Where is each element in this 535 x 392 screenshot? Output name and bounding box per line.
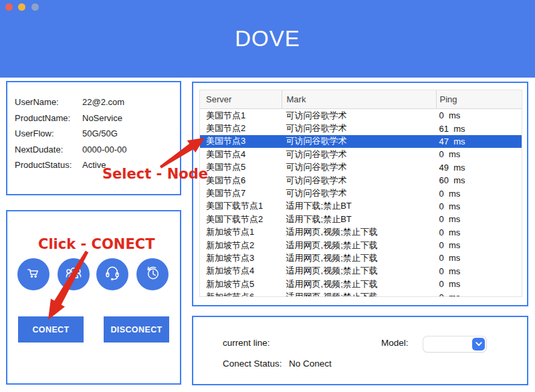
cell-ping: 0 ms [436, 149, 522, 159]
cell-mark: 适用网页,视频;禁止下载 [282, 226, 436, 238]
column-header-server[interactable]: Server [200, 90, 282, 108]
server-table: Server Mark Ping 美国节点1可访问谷歌学术0 ms美国节点2可访… [199, 90, 522, 297]
app-title: DOVE [0, 26, 535, 52]
cell-ping: 61 ms [436, 124, 522, 134]
account-field-row: UserFlow:50G/50G [15, 126, 180, 142]
disconnect-button[interactable]: DISCONECT [104, 316, 169, 342]
account-field-row: ProductName:NoService [15, 110, 180, 126]
account-field-label: ProductStatus: [15, 160, 82, 170]
cell-server: 新加坡节点5 [200, 278, 282, 290]
server-row[interactable]: 美国节点2可访问谷歌学术61 ms [200, 122, 522, 134]
account-field-label: NextDudate: [15, 144, 82, 155]
actions-panel: Click - CONECT [6, 210, 181, 385]
history-clock-icon [142, 262, 163, 286]
account-fields: UserName:22@2.comProductName:NoServiceUs… [7, 82, 180, 173]
chevron-down-icon [472, 338, 485, 351]
cell-ping: 0 ms [436, 189, 522, 199]
server-row[interactable]: 美国下载节点2适用下载;禁止BT0 ms [200, 213, 522, 225]
conect-status-value: No Conect [289, 359, 332, 369]
cell-mark: 可访问谷歌学术 [282, 187, 436, 199]
cell-mark: 可访问谷歌学术 [282, 135, 436, 147]
cell-mark: 可访问谷歌学术 [282, 149, 436, 161]
status-panel: current line: Model: Conect Status: No C… [192, 316, 528, 385]
cell-ping: 0 ms [436, 240, 522, 250]
cell-ping: 0 ms [436, 110, 522, 120]
column-header-mark[interactable]: Mark [282, 90, 436, 108]
cell-ping: 0 ms [436, 214, 522, 224]
server-row[interactable]: 新加坡节点5适用网页,视频;禁止下载0 ms [200, 278, 522, 290]
click-conect-arrow [40, 249, 94, 324]
server-row[interactable]: 美国节点4可访问谷歌学术0 ms [200, 148, 522, 161]
history-button[interactable] [136, 258, 169, 290]
cell-ping: 0 ms [436, 201, 522, 211]
cell-mark: 适用下载;禁止BT [282, 213, 436, 225]
server-row[interactable]: 美国节点7可访问谷歌学术0 ms [200, 187, 522, 199]
cell-server: 美国节点1 [200, 110, 282, 122]
cell-mark: 适用网页,视频;禁止下载 [282, 278, 436, 290]
account-field-value: 22@2.com [82, 97, 124, 107]
zoom-button[interactable] [31, 3, 39, 11]
server-panel: Server Mark Ping 美国节点1可访问谷歌学术0 ms美国节点2可访… [192, 82, 528, 306]
server-row[interactable]: 美国节点5可访问谷歌学术49 ms [200, 161, 522, 174]
cell-mark: 可访问谷歌学术 [282, 122, 436, 134]
cell-mark: 适用网页,视频;禁止下载 [282, 252, 436, 264]
account-field-row: UserName:22@2.com [15, 94, 180, 110]
cell-ping: 0 ms [436, 266, 522, 276]
account-field-label: ProductName: [15, 113, 82, 123]
cell-ping: 49 ms [436, 163, 522, 173]
cell-ping: 0 ms [436, 279, 522, 289]
server-row[interactable]: 新加坡节点2适用网页,视频;禁止下载0 ms [200, 239, 522, 252]
server-row[interactable]: 美国节点1可访问谷歌学术0 ms [200, 109, 522, 122]
server-table-body: 美国节点1可访问谷歌学术0 ms美国节点2可访问谷歌学术61 ms美国节点3可访… [200, 109, 522, 297]
server-row[interactable]: 新加坡节点1适用网页,视频;禁止下载0 ms [200, 226, 522, 239]
cell-server: 美国下载节点2 [200, 213, 282, 225]
cell-server: 美国下载节点1 [200, 200, 282, 212]
account-field-label: UserName: [15, 97, 82, 107]
column-header-ping[interactable]: Ping [436, 90, 522, 108]
current-line-label: current line: [223, 338, 270, 348]
cell-mark: 适用网页,视频;禁止下载 [282, 265, 436, 277]
server-row[interactable]: 美国下载节点1适用下载;禁止BT0 ms [200, 200, 522, 213]
cell-mark: 可访问谷歌学术 [282, 110, 436, 122]
cell-mark: 适用网页,视频;禁止下载 [282, 239, 436, 252]
account-field-value: NoService [82, 113, 122, 123]
account-field-value: 0000-00-00 [82, 144, 127, 155]
server-row[interactable]: 新加坡节点6适用网页,视频;禁止下载0 ms [200, 290, 522, 297]
titlebar: DOVE [0, 0, 535, 78]
model-select[interactable] [423, 336, 486, 352]
server-row[interactable]: 新加坡节点3适用网页,视频;禁止下载0 ms [200, 252, 522, 264]
conect-status-label: Conect Status: [223, 359, 282, 369]
support-button[interactable] [96, 258, 128, 290]
account-field-row: NextDudate:0000-00-00 [15, 142, 180, 158]
cell-mark: 可访问谷歌学术 [282, 161, 436, 173]
server-row[interactable]: 美国节点6可访问谷歌学术60 ms [200, 174, 522, 187]
cell-server: 美国节点3 [200, 135, 282, 147]
cell-server: 美国节点4 [200, 149, 282, 161]
cell-mark: 可访问谷歌学术 [282, 175, 436, 187]
cell-server: 新加坡节点4 [200, 265, 282, 277]
cell-ping: 60 ms [436, 175, 522, 185]
account-field-value: 50G/50G [82, 128, 118, 138]
cell-ping: 0 ms [436, 292, 522, 297]
cell-ping: 47 ms [436, 136, 522, 146]
minimize-button[interactable] [18, 3, 25, 11]
select-node-arrow [159, 134, 206, 171]
cell-server: 新加坡节点3 [200, 252, 282, 264]
server-row[interactable]: 新加坡节点4适用网页,视频;禁止下载0 ms [200, 265, 522, 278]
cell-server: 美国节点2 [200, 122, 282, 134]
cell-server: 美国节点7 [200, 187, 282, 199]
headset-icon [102, 262, 123, 286]
account-field-label: UserFlow: [15, 128, 82, 138]
model-label: Model: [381, 338, 409, 348]
cell-server: 新加坡节点6 [200, 291, 282, 297]
cell-server: 美国节点5 [200, 161, 282, 173]
cell-server: 新加坡节点1 [200, 226, 282, 238]
cell-server: 新加坡节点2 [200, 239, 282, 252]
close-button[interactable] [5, 3, 13, 11]
cell-mark: 适用下载;禁止BT [282, 200, 436, 212]
server-row-selected[interactable]: 美国节点3可访问谷歌学术47 ms [200, 135, 522, 148]
cell-ping: 0 ms [436, 253, 522, 263]
app-window: DOVE UserName:22@2.comProductName:NoServ… [0, 0, 535, 392]
cell-ping: 0 ms [436, 227, 522, 237]
cell-server: 美国节点6 [200, 175, 282, 187]
